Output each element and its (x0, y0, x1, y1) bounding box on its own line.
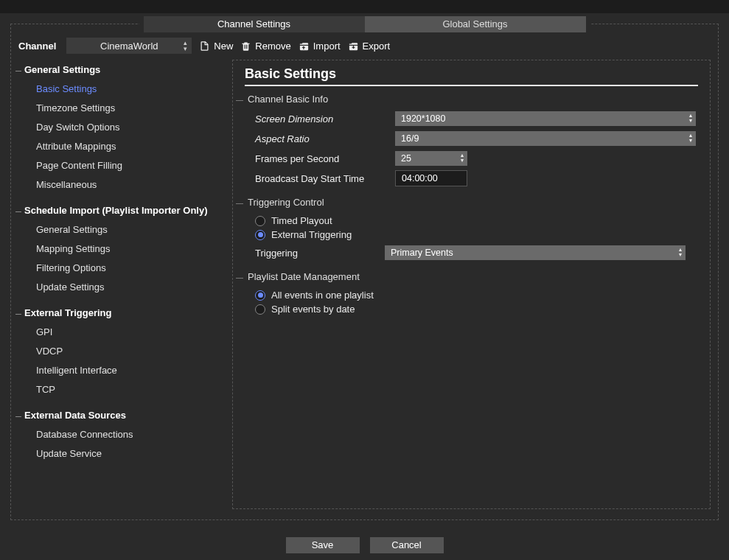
sidebar-item-vdcp[interactable]: VDCP (20, 342, 223, 361)
content: Basic Settings Channel Basic Info Screen… (232, 60, 718, 517)
sidebar-item-intelligent-interface[interactable]: Intelligent Interface (20, 361, 223, 380)
group-playlist-date: Playlist Date Management All events in o… (245, 271, 698, 316)
sidebar-item-gpi[interactable]: GPI (20, 323, 223, 342)
sidebar-item-si-general[interactable]: General Settings (20, 220, 223, 239)
sidebar-section-ext-data: External Data Sources (20, 410, 223, 421)
group-title-basic-info: Channel Basic Info (245, 94, 698, 105)
footer: Save Cancel (0, 531, 729, 560)
tab-global-settings[interactable]: Global Settings (365, 16, 586, 32)
radio-icon (255, 290, 265, 301)
select-triggering-value: Primary Events (391, 248, 453, 258)
chevron-updown-icon: ▴▾ (689, 133, 692, 143)
remove-button[interactable]: Remove (240, 41, 290, 52)
import-button[interactable]: Import (299, 41, 341, 52)
radio-timed-playout[interactable]: Timed Playout (245, 214, 698, 228)
sidebar-item-db-connections[interactable]: Database Connections (20, 425, 223, 444)
export-button-label: Export (363, 41, 391, 52)
sidebar-section-general: General Settings (20, 64, 223, 75)
body-split: General Settings Basic Settings Timezone… (11, 60, 718, 517)
input-day-start-value: 04:00:00 (402, 173, 438, 183)
label-screen-dimension: Screen Dimension (255, 113, 395, 125)
radio-label: All events in one playlist (271, 290, 374, 301)
main-area: Channel Settings Global Settings Channel… (0, 13, 729, 531)
label-day-start: Broadcast Day Start Time (255, 173, 395, 184)
sidebar-item-attribute-mappings[interactable]: Attribute Mappings (20, 137, 223, 156)
sidebar-item-basic-settings[interactable]: Basic Settings (20, 80, 223, 99)
radio-label: Split events by date (271, 304, 355, 315)
radio-label: Timed Playout (271, 215, 332, 226)
radio-label: External Triggering (271, 229, 352, 240)
sidebar-item-day-switch-options[interactable]: Day Switch Options (20, 118, 223, 137)
chevron-updown-icon: ▴▾ (184, 40, 187, 52)
new-file-icon (199, 41, 210, 52)
sidebar-item-si-mapping[interactable]: Mapping Settings (20, 239, 223, 259)
cancel-button[interactable]: Cancel (370, 537, 444, 553)
sidebar: General Settings Basic Settings Timezone… (11, 60, 232, 517)
page-title: Basic Settings (245, 66, 698, 86)
select-screen-dimension[interactable]: 1920*1080 ▴▾ (395, 111, 696, 126)
app-window: Channel Settings Global Settings Channel… (0, 0, 729, 560)
radio-external-triggering[interactable]: External Triggering (245, 228, 698, 242)
sidebar-item-tcp[interactable]: TCP (20, 380, 223, 399)
group-basic-info: Channel Basic Info Screen Dimension 1920… (245, 94, 698, 186)
select-fps[interactable]: 25 ▴▾ (395, 151, 467, 166)
sidebar-item-page-content-filling[interactable]: Page Content Filling (20, 156, 223, 175)
radio-icon (255, 216, 265, 226)
sidebar-section-ext-trig: External Triggering (20, 307, 223, 318)
select-fps-value: 25 (401, 153, 411, 164)
channel-select[interactable]: CinemaWorld ▴▾ (66, 38, 192, 54)
sidebar-item-si-update[interactable]: Update Settings (20, 278, 223, 297)
sidebar-item-si-filtering[interactable]: Filtering Options (20, 259, 223, 278)
sidebar-item-miscellaneous[interactable]: Miscellaneous (20, 175, 223, 195)
channel-label: Channel (18, 41, 56, 52)
radio-split-events-by-date[interactable]: Split events by date (245, 302, 698, 316)
export-button[interactable]: Export (348, 41, 391, 52)
title-bar (0, 0, 729, 13)
new-button[interactable]: New (199, 41, 233, 52)
channel-select-value: CinemaWorld (100, 41, 158, 52)
sidebar-item-timezone-settings[interactable]: Timezone Settings (20, 99, 223, 118)
content-panel: Basic Settings Channel Basic Info Screen… (232, 60, 711, 509)
radio-icon (255, 304, 265, 315)
remove-button-label: Remove (255, 41, 290, 52)
chevron-updown-icon: ▴▾ (461, 153, 464, 163)
group-title-triggering: Triggering Control (245, 197, 698, 208)
main-panel: Channel Settings Global Settings Channel… (10, 24, 719, 520)
select-triggering[interactable]: Primary Events ▴▾ (385, 245, 686, 260)
import-icon (299, 41, 310, 52)
chevron-updown-icon: ▴▾ (679, 247, 682, 257)
sidebar-item-update-service[interactable]: Update Service (20, 444, 223, 463)
label-aspect-ratio: Aspect Ratio (255, 133, 395, 144)
sidebar-section-schedule-import: Schedule Import (Playlist Importer Only) (20, 205, 223, 216)
group-title-playlist: Playlist Date Management (245, 271, 698, 282)
label-fps: Frames per Second (255, 153, 395, 164)
radio-all-events-one-playlist[interactable]: All events in one playlist (245, 288, 698, 302)
select-aspect-ratio-value: 16/9 (401, 133, 419, 144)
select-aspect-ratio[interactable]: 16/9 ▴▾ (395, 131, 696, 146)
select-screen-dimension-value: 1920*1080 (401, 113, 445, 124)
group-triggering-control: Triggering Control Timed Playout Externa… (245, 197, 698, 261)
export-icon (348, 41, 359, 52)
tab-channel-settings[interactable]: Channel Settings (144, 16, 365, 32)
label-triggering: Triggering (255, 248, 385, 259)
radio-icon (255, 230, 265, 240)
save-button[interactable]: Save (286, 537, 360, 553)
trash-icon (240, 41, 251, 52)
chevron-updown-icon: ▴▾ (689, 113, 692, 123)
import-button-label: Import (313, 41, 341, 52)
input-day-start-time[interactable]: 04:00:00 (395, 170, 467, 186)
new-button-label: New (214, 41, 233, 52)
tabs-row: Channel Settings Global Settings (11, 16, 718, 32)
